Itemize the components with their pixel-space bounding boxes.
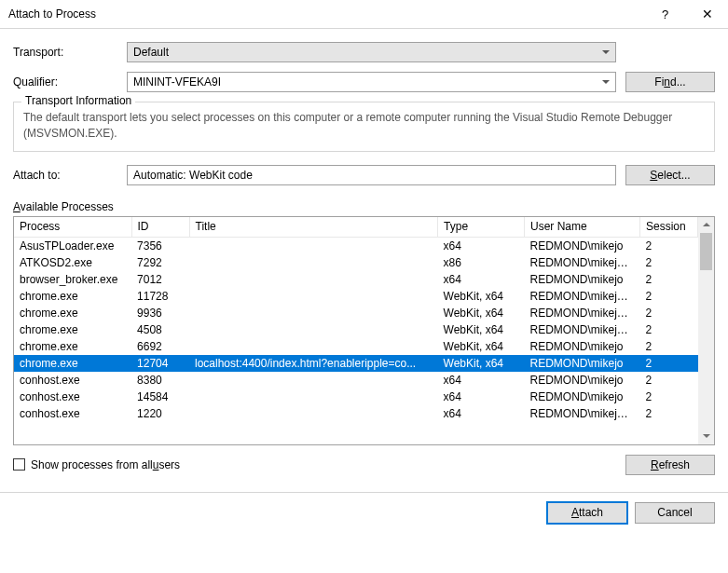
cell-process: chrome.exe: [14, 305, 131, 321]
attach-to-label: Attach to:: [13, 169, 127, 182]
transport-info-text: The default transport lets you select pr…: [23, 110, 705, 142]
find-button[interactable]: Find...: [625, 72, 715, 92]
process-table-wrap: Process ID Title Type User Name Session …: [13, 216, 715, 445]
cell-process: conhost.exe: [14, 372, 131, 389]
cell-session: 2: [639, 238, 697, 254]
cell-type: x64: [438, 372, 525, 389]
chevron-down-icon: [602, 80, 610, 84]
select-button[interactable]: Select...: [625, 165, 715, 185]
cell-user: REDMOND\mikejo: [525, 271, 640, 288]
cell-type: x64: [438, 271, 525, 288]
table-row[interactable]: ATKOSD2.exe7292x86REDMOND\mikejo ...2: [14, 254, 698, 271]
cell-user: REDMOND\mikejo ...: [525, 254, 640, 271]
cell-id: 7356: [131, 238, 189, 254]
cell-process: AsusTPLoader.exe: [14, 238, 131, 254]
transport-info-title: Transport Information: [21, 94, 135, 107]
process-table[interactable]: Process ID Title Type User Name Session …: [14, 217, 698, 422]
cell-session: 2: [639, 372, 697, 389]
attach-to-value: Automatic: WebKit code: [133, 169, 610, 182]
cell-session: 2: [639, 355, 697, 372]
table-row[interactable]: conhost.exe14584x64REDMOND\mikejo2: [14, 389, 698, 405]
table-header-row[interactable]: Process ID Title Type User Name Session: [14, 217, 698, 238]
table-row[interactable]: AsusTPLoader.exe7356x64REDMOND\mikejo2: [14, 238, 698, 254]
attach-to-field: Automatic: WebKit code: [127, 165, 616, 185]
cell-process: chrome.exe: [14, 288, 131, 305]
cell-title: [189, 305, 438, 321]
cell-id: 12704: [131, 355, 189, 372]
table-row[interactable]: conhost.exe1220x64REDMOND\mikejo ...2: [14, 405, 698, 422]
cell-session: 2: [639, 305, 697, 321]
col-id[interactable]: ID: [131, 217, 189, 238]
refresh-button[interactable]: Refresh: [625, 455, 715, 475]
cell-session: 2: [639, 338, 697, 355]
cell-title: [189, 338, 438, 355]
transport-value: Default: [133, 46, 602, 59]
cell-user: REDMOND\mikejo: [525, 338, 640, 355]
cell-session: 2: [639, 254, 697, 271]
table-row[interactable]: browser_broker.exe7012x64REDMOND\mikejo2: [14, 271, 698, 288]
cell-type: WebKit, x64: [438, 321, 525, 338]
transport-label: Transport:: [13, 46, 127, 59]
cell-session: 2: [639, 405, 697, 422]
cell-user: REDMOND\mikejo ...: [525, 321, 640, 338]
cell-id: 7292: [131, 254, 189, 271]
table-row[interactable]: chrome.exe11728WebKit, x64REDMOND\mikejo…: [14, 288, 698, 305]
table-row[interactable]: chrome.exe9936WebKit, x64REDMOND\mikejo …: [14, 305, 698, 321]
cell-title: [189, 321, 438, 338]
table-row[interactable]: chrome.exe12704localhost:4400/index.html…: [14, 355, 698, 372]
transport-combo[interactable]: Default: [127, 42, 616, 62]
cell-type: WebKit, x64: [438, 338, 525, 355]
col-title[interactable]: Title: [189, 217, 438, 238]
col-type[interactable]: Type: [438, 217, 525, 238]
cell-title: [189, 271, 438, 288]
chevron-down-icon: [602, 50, 610, 54]
cell-user: REDMOND\mikejo: [525, 355, 640, 372]
cell-type: WebKit, x64: [438, 355, 525, 372]
cell-title: [189, 238, 438, 254]
scroll-thumb[interactable]: [700, 233, 712, 270]
scroll-track[interactable]: [698, 270, 714, 429]
cell-title: [189, 288, 438, 305]
cell-id: 1220: [131, 405, 189, 422]
close-button[interactable]: ✕: [686, 7, 728, 21]
cell-type: x64: [438, 238, 525, 254]
cell-user: REDMOND\mikejo ...: [525, 305, 640, 321]
table-row[interactable]: conhost.exe8380x64REDMOND\mikejo2: [14, 372, 698, 389]
cell-type: WebKit, x64: [438, 305, 525, 321]
table-row[interactable]: chrome.exe6692WebKit, x64REDMOND\mikejo2: [14, 338, 698, 355]
scroll-up-button[interactable]: [698, 217, 714, 233]
show-all-users-checkbox[interactable]: Show processes from all users: [13, 458, 180, 471]
col-session[interactable]: Session: [639, 217, 697, 238]
cell-user: REDMOND\mikejo: [525, 389, 640, 405]
table-row[interactable]: chrome.exe4508WebKit, x64REDMOND\mikejo …: [14, 321, 698, 338]
cell-id: 4508: [131, 321, 189, 338]
cell-user: REDMOND\mikejo ...: [525, 288, 640, 305]
cell-type: x64: [438, 405, 525, 422]
cell-title: [189, 389, 438, 405]
qualifier-combo[interactable]: MININT-VFEKA9I: [127, 72, 616, 92]
cancel-button[interactable]: Cancel: [635, 502, 715, 524]
checkbox-icon: [13, 458, 25, 471]
cell-session: 2: [639, 321, 697, 338]
cell-session: 2: [639, 271, 697, 288]
attach-button[interactable]: Attach: [547, 502, 627, 524]
scroll-down-button[interactable]: [698, 429, 714, 444]
cell-title: [189, 372, 438, 389]
scrollbar[interactable]: [698, 217, 714, 444]
cell-type: x64: [438, 389, 525, 405]
window-title: Attach to Process: [8, 7, 644, 20]
titlebar: Attach to Process ? ✕: [0, 0, 728, 29]
cell-user: REDMOND\mikejo: [525, 372, 640, 389]
cell-process: chrome.exe: [14, 338, 131, 355]
cell-title: [189, 254, 438, 271]
qualifier-value: MININT-VFEKA9I: [133, 75, 602, 89]
help-button[interactable]: ?: [644, 7, 686, 21]
available-processes-label: Available Processes: [13, 200, 715, 213]
cell-type: x86: [438, 254, 525, 271]
col-process[interactable]: Process: [14, 217, 131, 238]
col-user[interactable]: User Name: [525, 217, 640, 238]
chevron-up-icon: [703, 223, 710, 226]
cell-id: 9936: [131, 305, 189, 321]
cell-process: conhost.exe: [14, 389, 131, 405]
cell-user: REDMOND\mikejo: [525, 238, 640, 254]
